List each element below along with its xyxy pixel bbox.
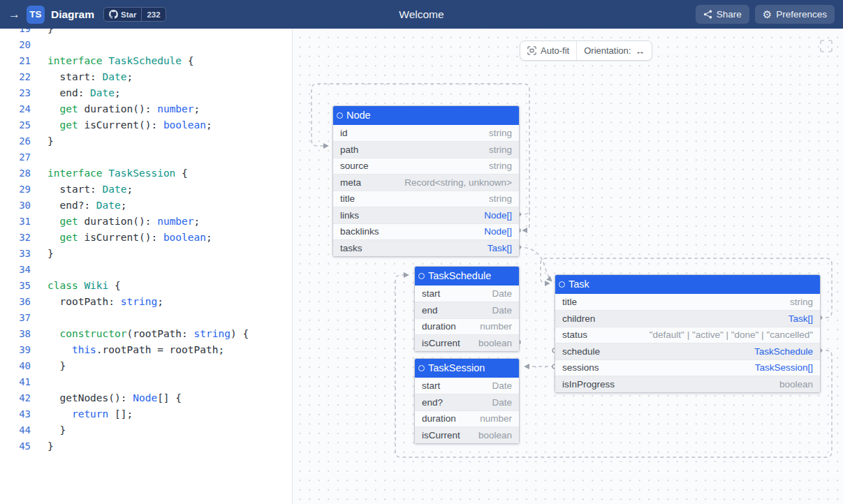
github-star-count[interactable]: 232 [141, 8, 165, 21]
code-line[interactable]: 45} [0, 438, 292, 454]
code-line[interactable]: 35class Wiki { [0, 278, 292, 294]
code-line[interactable]: 19} [0, 29, 292, 37]
line-number: 23 [0, 85, 31, 101]
github-star-button[interactable]: Star 232 [103, 7, 166, 22]
code-line[interactable]: 36 rootPath: string; [0, 294, 292, 310]
code-line[interactable]: 29 start: Date; [0, 181, 292, 198]
code-line[interactable]: 30 end?: Date; [0, 198, 292, 214]
field-name: isCurrent [422, 338, 460, 348]
code-line[interactable]: 41 [0, 374, 292, 390]
field-name: children [562, 313, 595, 324]
field-type-link[interactable]: Node[] [484, 210, 512, 221]
code-text: start: Date; [47, 181, 133, 198]
entity-tasksession[interactable]: TaskSessionstartDateend?Datedurationnumb… [414, 358, 520, 444]
app-name: Diagram [51, 8, 94, 21]
code-line[interactable]: 26} [0, 133, 292, 149]
field-name: end? [422, 397, 443, 408]
line-number: 26 [0, 133, 31, 149]
field-type: Date [492, 397, 512, 408]
github-star-main[interactable]: Star [104, 8, 141, 21]
line-number: 32 [0, 230, 31, 246]
github-icon [109, 10, 118, 19]
fullscreen-button[interactable] [820, 40, 833, 52]
field-name: backlinks [340, 226, 379, 237]
code-text: constructor(rootPath: string) { [47, 326, 249, 342]
gear-icon: ⚙ [763, 9, 772, 20]
preferences-button[interactable]: ⚙ Preferences [755, 5, 835, 24]
code-line[interactable]: 28interface TaskSession { [0, 165, 292, 181]
entity-field-children: childrenTask[] [555, 310, 820, 327]
code-text: end: Date; [47, 85, 121, 101]
connection-dot [559, 281, 565, 288]
field-type: boolean [478, 338, 512, 348]
code-line[interactable]: 20 [0, 37, 292, 53]
field-type-link[interactable]: TaskSchedule [754, 346, 813, 357]
auto-fit-icon [527, 46, 536, 55]
field-name: end [422, 305, 438, 316]
entity-name: TaskSchedule [428, 270, 491, 281]
entity-field-title: titlestring [333, 191, 519, 207]
code-line[interactable]: 34 [0, 262, 292, 278]
line-number: 37 [0, 310, 31, 326]
code-line[interactable]: 25 get isCurrent(): boolean; [0, 117, 292, 133]
code-line[interactable]: 27 [0, 149, 292, 165]
entity-header[interactable]: TaskSession [415, 359, 519, 378]
share-button[interactable]: Share [696, 5, 749, 24]
code-line[interactable]: 43 return []; [0, 406, 292, 422]
field-type: Record<string, unknown> [404, 177, 512, 188]
code-line[interactable]: 37 [0, 310, 292, 326]
share-label: Share [717, 9, 742, 20]
entity-field-end: end?Date [415, 394, 519, 410]
field-type-link[interactable]: TaskSession[] [755, 362, 813, 373]
code-text: } [47, 246, 54, 262]
field-type: string [489, 193, 512, 204]
entity-field-schedule: scheduleTaskSchedule [555, 343, 820, 360]
auto-fit-button[interactable]: Auto-fit [520, 41, 576, 60]
code-text: } [47, 29, 54, 37]
collapse-editor-icon[interactable]: → [8, 8, 20, 20]
field-name: status [562, 329, 587, 340]
field-type-link[interactable]: Task[] [789, 313, 813, 324]
diagram-canvas[interactable]: NodeidstringpathstringsourcestringmetaRe… [293, 29, 843, 504]
code-line[interactable]: 38 constructor(rootPath: string) { [0, 326, 292, 342]
code-line[interactable]: 23 end: Date; [0, 85, 292, 101]
code-line[interactable]: 24 get duration(): number; [0, 101, 292, 117]
main-layout: 19}2021interface TaskSchedule {22 start:… [0, 29, 843, 504]
code-line[interactable]: 21interface TaskSchedule { [0, 53, 292, 69]
line-number: 45 [0, 438, 31, 454]
orientation-label: Orientation: [584, 45, 631, 56]
field-name: start [422, 380, 440, 391]
code-line[interactable]: 32 get isCurrent(): boolean; [0, 230, 292, 246]
entity-header[interactable]: TaskSchedule [415, 267, 519, 286]
field-name: meta [340, 177, 361, 188]
field-name: title [340, 193, 355, 204]
entity-node[interactable]: NodeidstringpathstringsourcestringmetaRe… [332, 105, 520, 257]
line-number: 31 [0, 214, 31, 230]
field-name: source [340, 161, 369, 171]
field-type: Date [492, 305, 512, 316]
code-line[interactable]: 39 this.rootPath = rootPath; [0, 342, 292, 358]
line-number: 42 [0, 390, 31, 406]
line-number: 39 [0, 342, 31, 358]
code-line[interactable]: 33} [0, 246, 292, 262]
code-line[interactable]: 42 getNodes(): Node[] { [0, 390, 292, 406]
orientation-button[interactable]: Orientation: ↔ [577, 41, 652, 60]
entity-field-sessions: sessionsTaskSession[] [555, 360, 820, 376]
entity-field-title: titlestring [555, 294, 820, 311]
code-editor[interactable]: 19}2021interface TaskSchedule {22 start:… [0, 29, 293, 504]
entity-header[interactable]: Node [333, 106, 519, 125]
line-number: 24 [0, 101, 31, 117]
field-type-link[interactable]: Task[] [488, 243, 512, 253]
entity-header[interactable]: Task [555, 275, 820, 294]
entity-taskschedule[interactable]: TaskSchedulestartDateendDatedurationnumb… [414, 266, 520, 352]
code-line[interactable]: 40 } [0, 358, 292, 374]
field-type-link[interactable]: Node[] [484, 226, 512, 237]
connection-dot [418, 273, 425, 279]
top-bar-right: Share ⚙ Preferences [696, 5, 835, 24]
code-line[interactable]: 22 start: Date; [0, 69, 292, 85]
code-line[interactable]: 44 } [0, 422, 292, 438]
code-line[interactable]: 31 get duration(): number; [0, 214, 292, 230]
entity-field-start: startDate [415, 286, 519, 302]
entity-name: Node [346, 110, 371, 121]
entity-task[interactable]: TasktitlestringchildrenTask[]status"defa… [555, 274, 821, 393]
